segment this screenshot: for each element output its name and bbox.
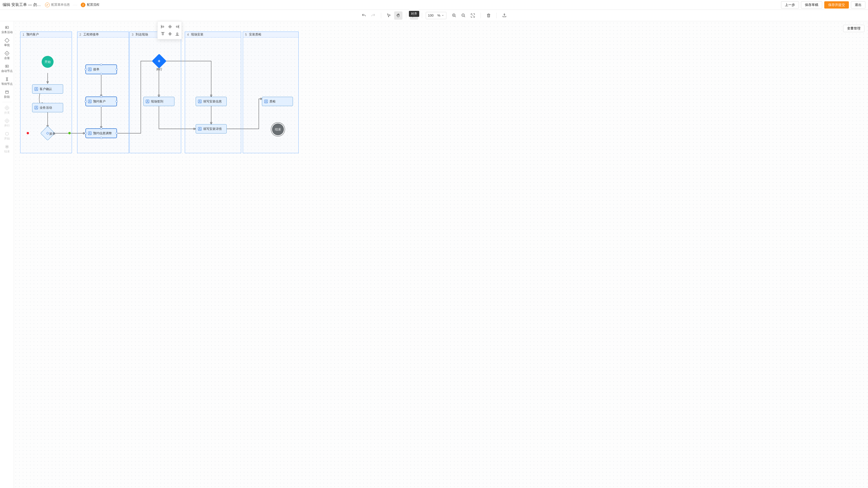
hourglass-icon: [5, 77, 9, 82]
svg-point-17: [5, 132, 8, 135]
export-button[interactable]: [500, 11, 508, 20]
port[interactable]: [116, 132, 118, 134]
activity-node[interactable]: 现场签到: [143, 97, 175, 106]
canvas[interactable]: 变量管理: [14, 21, 868, 488]
palette-label: 结束: [4, 150, 10, 154]
svg-point-23: [36, 107, 37, 108]
activity-node[interactable]: 填写安装详情: [196, 124, 227, 133]
svg-rect-6: [162, 33, 163, 35]
palette-stage[interactable]: 阶段: [1, 88, 13, 100]
start-icon: [5, 131, 9, 136]
svg-point-19: [6, 146, 8, 148]
zoom-value: 100: [428, 13, 434, 17]
port[interactable]: [100, 73, 102, 75]
start-node[interactable]: 开始: [42, 56, 54, 68]
align-popover: [157, 21, 182, 39]
activity-node[interactable]: 业务活动: [32, 103, 63, 112]
node-label: 质检: [270, 99, 276, 104]
port[interactable]: [100, 128, 102, 130]
check-icon: [45, 3, 50, 7]
user-icon: [34, 87, 38, 91]
svg-point-30: [89, 132, 90, 133]
toolbar-separator: [496, 13, 497, 19]
lane-title: 现场安装: [191, 32, 204, 37]
edge-port-reject[interactable]: [27, 132, 29, 134]
lane-title: 安装质检: [249, 32, 261, 37]
port[interactable]: [100, 137, 102, 139]
save-draft-button[interactable]: 保存草稿: [801, 1, 822, 8]
port[interactable]: [116, 100, 118, 102]
lane[interactable]: 5 安装质检: [243, 32, 299, 153]
align-center-v-button[interactable]: [167, 31, 173, 37]
gateway-label: 派单: [46, 132, 59, 136]
variable-management-button[interactable]: 变量管理: [843, 25, 864, 32]
svg-point-26: [89, 69, 90, 70]
align-button[interactable]: [410, 11, 418, 20]
svg-rect-5: [176, 26, 178, 27]
edge-port-accept[interactable]: [68, 132, 71, 134]
delete-button[interactable]: [485, 11, 493, 20]
port[interactable]: [85, 132, 87, 134]
port[interactable]: [100, 96, 102, 98]
exit-button[interactable]: 退出: [851, 1, 865, 8]
port[interactable]: [100, 105, 102, 107]
user-icon: [88, 131, 92, 135]
node-label: 预约客户: [93, 99, 105, 104]
port[interactable]: [116, 68, 118, 70]
lane[interactable]: 3 到达现场: [129, 32, 181, 153]
approval-icon: [5, 38, 9, 43]
node-label: 结束: [275, 127, 281, 132]
palette-auto[interactable]: 自动节点: [1, 62, 13, 74]
svg-rect-14: [5, 91, 8, 93]
palette-label: 业务活动: [1, 30, 13, 34]
palette-countersign[interactable]: 会签: [1, 49, 13, 62]
countersign-icon: [5, 51, 9, 56]
node-label: 开始: [44, 60, 51, 64]
step-done[interactable]: 配置基本信息: [45, 3, 70, 7]
redo-button[interactable]: [369, 11, 377, 20]
palette-label: 审批: [4, 43, 10, 47]
activity-node[interactable]: 填写安装信息: [196, 97, 227, 106]
end-icon: [5, 144, 9, 149]
undo-button[interactable]: [360, 11, 368, 20]
branch-icon: [5, 105, 9, 110]
palette-parallel: 并行: [1, 117, 13, 129]
palette-activity[interactable]: 业务活动: [1, 23, 13, 36]
page-title: 编辑 安装工单 — 勿…: [3, 2, 41, 7]
fit-screen-button[interactable]: [469, 11, 477, 20]
svg-rect-3: [162, 26, 164, 27]
palette-approval[interactable]: 审批: [1, 36, 13, 48]
lane[interactable]: 4 现场安装: [185, 32, 241, 153]
lane-header: 5 安装质检: [243, 32, 299, 37]
align-top-button[interactable]: [160, 31, 166, 37]
align-bottom-button[interactable]: [174, 31, 180, 37]
activity-node[interactable]: 接单: [86, 65, 117, 74]
lane-title: 工程师接单: [83, 32, 99, 37]
pointer-tool-button[interactable]: [385, 11, 393, 20]
node-label: 填写安装详情: [203, 127, 222, 131]
align-left-button[interactable]: [160, 24, 166, 30]
port[interactable]: [85, 100, 87, 102]
activity-node[interactable]: 预约信息调整: [86, 129, 117, 138]
port[interactable]: [100, 64, 102, 66]
hand-tool-button[interactable]: [394, 11, 402, 20]
node-label: 接单: [93, 67, 99, 72]
save-submit-button[interactable]: 保存并提交: [824, 1, 849, 8]
zoom-in-button[interactable]: [450, 11, 458, 20]
activity-node[interactable]: 客户确认: [32, 84, 63, 94]
align-center-h-button[interactable]: [167, 24, 173, 30]
zoom-out-button[interactable]: [459, 11, 468, 20]
palette-wait[interactable]: 等待节点: [1, 75, 13, 88]
end-node[interactable]: 结束: [272, 123, 284, 135]
zoom-input[interactable]: 100 %: [426, 12, 446, 19]
zoom-unit: %: [437, 13, 440, 17]
node-label: 业务活动: [40, 105, 52, 110]
port[interactable]: [85, 68, 87, 70]
step-active[interactable]: 2 配置流程: [81, 3, 99, 7]
svg-rect-11: [5, 38, 9, 42]
activity-node[interactable]: 预约客户: [86, 97, 117, 106]
align-right-button[interactable]: [174, 24, 180, 30]
node-label: 预约信息调整: [93, 131, 112, 136]
activity-node[interactable]: 质检: [262, 97, 293, 106]
prev-step-button[interactable]: 上一步: [781, 1, 799, 8]
